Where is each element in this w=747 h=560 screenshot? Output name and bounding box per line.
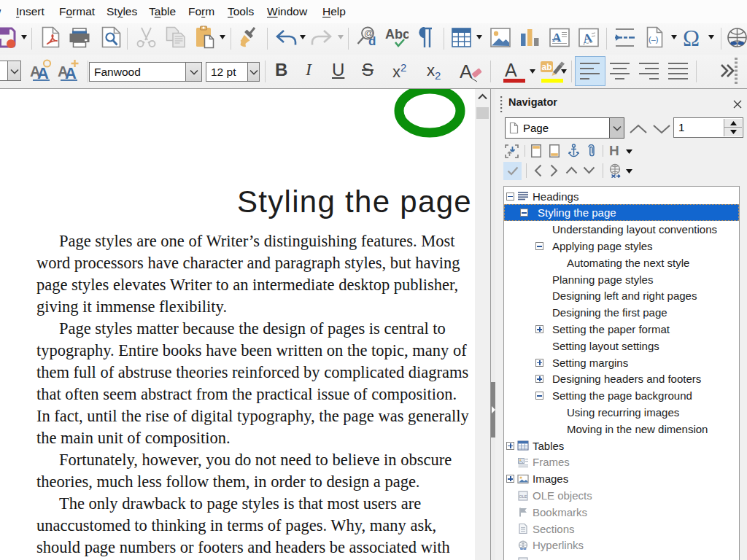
svg-text:Abc: Abc [385, 27, 409, 42]
svg-text:A: A [552, 31, 562, 44]
svg-text:A: A [505, 60, 517, 80]
svg-text:ab: ab [542, 62, 552, 72]
svg-text:Ω: Ω [683, 28, 700, 47]
svg-text:A: A [460, 61, 473, 82]
svg-text:OLE: OLE [519, 494, 527, 499]
svg-text:d: d [368, 34, 376, 48]
svg-text:(–): (–) [649, 35, 658, 44]
